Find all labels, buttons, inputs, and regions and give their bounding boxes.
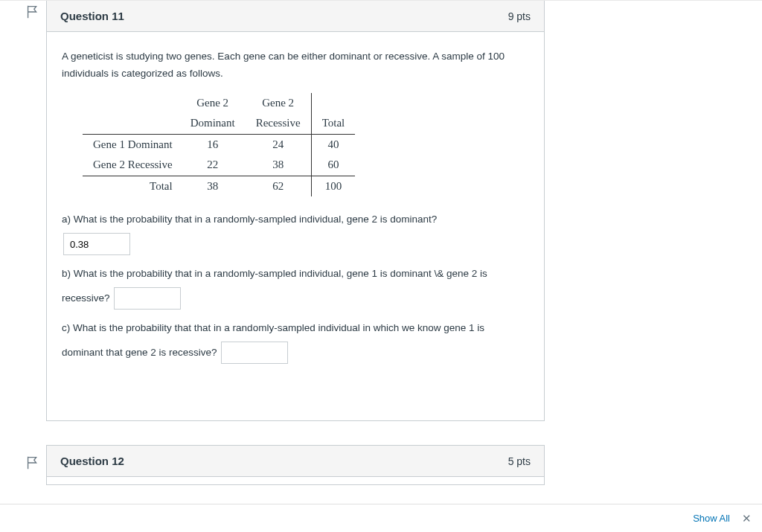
data-table: Gene 2 Gene 2 Dominant Recessive Total G…	[83, 93, 355, 197]
table-cell: 24	[246, 134, 311, 155]
table-cell	[83, 93, 180, 114]
show-all-link[interactable]: Show All	[693, 513, 730, 524]
flag-icon[interactable]	[25, 455, 41, 471]
question-points: 9 pts	[508, 10, 531, 22]
table-cell: 60	[311, 155, 355, 176]
table-cell: 40	[311, 134, 355, 155]
table-cell: 16	[180, 134, 246, 155]
part-c-input[interactable]	[221, 342, 288, 364]
table-cell: 100	[311, 176, 355, 196]
part-b-line2: recessive?	[62, 292, 110, 304]
table-cell: Gene 2 Recessive	[83, 155, 180, 176]
table-cell: Recessive	[246, 113, 311, 134]
footer-bar: Show All ✕	[0, 504, 762, 532]
table-cell: Gene 2	[180, 93, 246, 114]
flag-icon[interactable]	[25, 4, 41, 20]
question-12: Question 12 5 pts	[46, 445, 545, 485]
table-cell: Gene 2	[246, 93, 311, 114]
table-cell: 38	[246, 155, 311, 176]
part-a-prompt: a) What is the probability that in a ran…	[62, 211, 529, 228]
table-cell: Gene 1 Dominant	[83, 134, 180, 155]
part-c-line2: dominant that gene 2 is recessive?	[62, 347, 217, 358]
table-cell: Dominant	[180, 113, 246, 134]
part-a-input[interactable]	[63, 233, 130, 255]
part-b-input[interactable]	[114, 287, 181, 310]
table-cell: 62	[246, 176, 311, 196]
table-cell: 38	[180, 176, 246, 196]
intro-text: A geneticist is studying two genes. Each…	[62, 48, 529, 83]
question-body	[47, 477, 544, 484]
part-b-line1: b) What is the probability that in a ran…	[62, 266, 529, 283]
table-cell: Total	[83, 176, 180, 196]
question-11: Question 11 9 pts A geneticist is studyi…	[46, 1, 545, 421]
question-header: Question 11 9 pts	[47, 1, 544, 32]
question-title: Question 12	[60, 455, 124, 467]
question-header: Question 12 5 pts	[47, 446, 544, 477]
table-cell: Total	[311, 113, 355, 134]
question-body: A geneticist is studying two genes. Each…	[47, 32, 544, 420]
table-cell	[83, 113, 180, 134]
table-cell: 22	[180, 155, 246, 176]
table-cell	[311, 93, 355, 114]
question-title: Question 11	[60, 10, 124, 22]
part-c-line1: c) What is the probability that that in …	[62, 320, 529, 337]
close-icon[interactable]: ✕	[742, 512, 752, 525]
question-points: 5 pts	[508, 455, 531, 467]
